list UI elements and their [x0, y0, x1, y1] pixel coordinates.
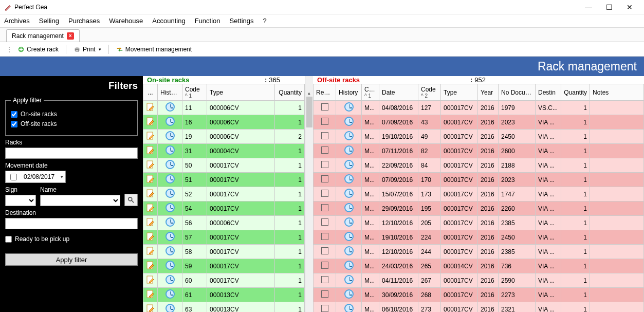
table-row[interactable]: 54000017CV1	[143, 201, 305, 216]
date-enable-checkbox[interactable]	[8, 174, 20, 180]
ready-checkbox[interactable]	[5, 236, 12, 243]
edit-cell[interactable]	[143, 158, 158, 173]
table-row[interactable]: M...04/11/2016267000017CV20162590VIA ...…	[314, 273, 644, 288]
col-destin[interactable]: Destin	[536, 84, 561, 101]
table-row[interactable]: M...19/10/201649000017CV20162450VIA ...1	[314, 130, 644, 144]
history-cell[interactable]	[336, 187, 362, 201]
table-row[interactable]: M...24/03/2016265000014CV2016736VIA ...1	[314, 259, 644, 273]
edit-cell[interactable]	[143, 230, 158, 245]
history-cell[interactable]	[158, 230, 182, 245]
table-row[interactable]: M...22/09/201684000017CV20162188VIA ...1	[314, 158, 644, 173]
history-cell[interactable]	[336, 158, 362, 173]
history-cell[interactable]	[158, 187, 182, 201]
history-cell[interactable]	[158, 130, 182, 144]
table-row[interactable]: M...07/09/2016170000017CV20162023VIA ...…	[314, 173, 644, 187]
history-cell[interactable]	[336, 216, 362, 230]
history-cell[interactable]	[158, 302, 182, 313]
col-history[interactable]: History	[336, 84, 362, 101]
edit-cell[interactable]	[143, 144, 158, 158]
table-row[interactable]: 59000017CV1	[143, 259, 305, 273]
apply-filter-button[interactable]: Apply filter	[5, 253, 138, 266]
col-type[interactable]: Type	[441, 84, 478, 101]
edit-cell[interactable]	[143, 115, 158, 130]
menu-purchases[interactable]: Purchases	[68, 17, 100, 25]
table-row[interactable]: 16000006CV1	[143, 115, 305, 130]
history-cell[interactable]	[336, 130, 362, 144]
menu-warehouse[interactable]: Warehouse	[109, 17, 143, 25]
movement-management-button[interactable]: Movement management	[114, 45, 194, 54]
col-quantity[interactable]: Quantity	[275, 84, 305, 101]
ready-cell[interactable]	[314, 158, 336, 173]
table-row[interactable]: M...07/09/201643000017CV20162023VIA ...1	[314, 115, 644, 130]
ready-cell[interactable]	[314, 288, 336, 302]
movement-date-picker[interactable]: ▾	[5, 171, 66, 183]
table-row[interactable]: M...29/09/2016195000017CV20162260VIA ...…	[314, 201, 644, 216]
edit-cell[interactable]	[143, 288, 158, 302]
ready-cell[interactable]	[314, 230, 336, 245]
ready-cell[interactable]	[314, 130, 336, 144]
edit-cell[interactable]	[143, 101, 158, 115]
history-cell[interactable]	[158, 245, 182, 259]
maximize-button[interactable]: ☐	[599, 1, 619, 13]
history-cell[interactable]	[158, 201, 182, 216]
edit-cell[interactable]	[143, 259, 158, 273]
table-row[interactable]: 19000006CV2	[143, 130, 305, 144]
history-cell[interactable]	[158, 288, 182, 302]
col-history[interactable]: History	[158, 84, 182, 101]
history-cell[interactable]	[336, 245, 362, 259]
menu-settings[interactable]: Settings	[230, 17, 254, 25]
menu-archives[interactable]: Archives	[4, 17, 30, 25]
name-select[interactable]	[40, 195, 120, 206]
edit-cell[interactable]	[143, 130, 158, 144]
edit-cell[interactable]	[143, 173, 158, 187]
col-date[interactable]: Date	[379, 84, 418, 101]
col-actions[interactable]: ...	[143, 84, 158, 101]
ready-cell[interactable]	[314, 115, 336, 130]
create-rack-button[interactable]: Create rack	[15, 45, 61, 54]
history-cell[interactable]	[158, 216, 182, 230]
edit-cell[interactable]	[143, 216, 158, 230]
history-cell[interactable]	[336, 144, 362, 158]
history-cell[interactable]	[336, 230, 362, 245]
table-row[interactable]: M...30/09/2016268000017CV20162273VIA ...…	[314, 288, 644, 302]
ready-cell[interactable]	[314, 302, 336, 313]
movement-date-input[interactable]	[22, 171, 59, 182]
history-cell[interactable]	[336, 259, 362, 273]
history-cell[interactable]	[336, 173, 362, 187]
onsite-checkbox[interactable]	[11, 111, 17, 118]
sign-select[interactable]	[5, 195, 36, 206]
table-row[interactable]: M...12/10/2016205000017CV20162385VIA ...…	[314, 216, 644, 230]
menu-selling[interactable]: Selling	[39, 17, 59, 25]
history-cell[interactable]	[158, 144, 182, 158]
menu-help[interactable]: ?	[263, 17, 267, 25]
name-search-button[interactable]	[124, 194, 138, 206]
tab-rack-management[interactable]: Rack management ×	[6, 29, 80, 42]
history-cell[interactable]	[158, 158, 182, 173]
table-row[interactable]: 60000017CV1	[143, 273, 305, 288]
table-row[interactable]: 58000017CV1	[143, 245, 305, 259]
racks-input[interactable]	[5, 148, 138, 159]
col-cust[interactable]: Cust^ 1	[362, 84, 379, 101]
history-cell[interactable]	[336, 101, 362, 115]
table-row[interactable]: 52000017CV1	[143, 187, 305, 201]
table-row[interactable]: 50000017CV1	[143, 158, 305, 173]
edit-cell[interactable]	[143, 302, 158, 313]
history-cell[interactable]	[158, 115, 182, 130]
ready-cell[interactable]	[314, 173, 336, 187]
col-notes[interactable]: Notes	[590, 84, 644, 101]
offsite-checkbox[interactable]	[11, 121, 17, 127]
ready-cell[interactable]	[314, 273, 336, 288]
edit-cell[interactable]	[143, 187, 158, 201]
table-row[interactable]: 57000017CV1	[143, 230, 305, 245]
col-code[interactable]: Code^ 2	[418, 84, 441, 101]
ready-cell[interactable]	[314, 245, 336, 259]
ready-cell[interactable]	[314, 201, 336, 216]
close-button[interactable]: ✕	[619, 1, 640, 13]
table-row[interactable]: 31000004CV1	[143, 144, 305, 158]
edit-cell[interactable]	[143, 201, 158, 216]
ready-cell[interactable]	[314, 101, 336, 115]
table-row[interactable]: 61000013CV1	[143, 288, 305, 302]
ready-cell[interactable]	[314, 259, 336, 273]
table-row[interactable]: 56000006CV1	[143, 216, 305, 230]
table-row[interactable]: 63000013CV1	[143, 302, 305, 313]
